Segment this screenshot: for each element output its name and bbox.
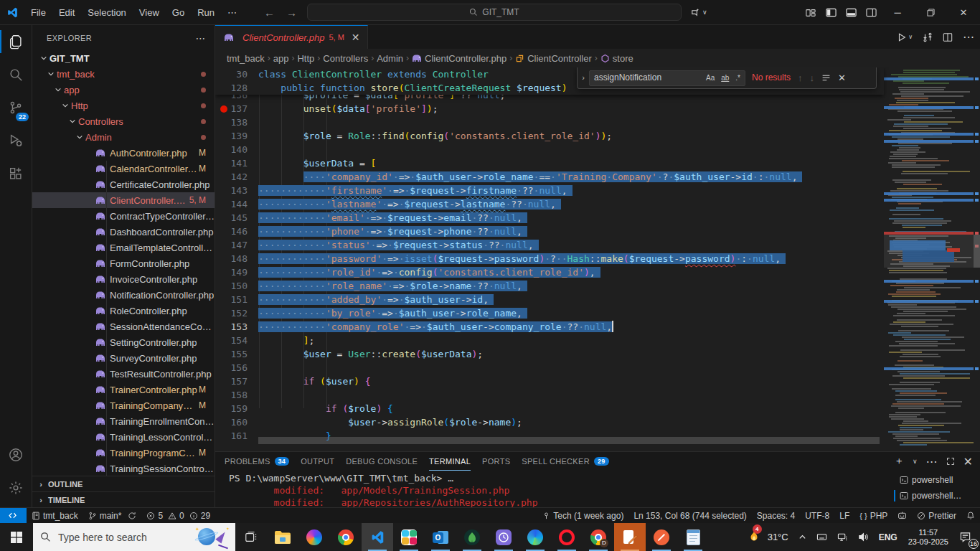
panel-tab-ports[interactable]: PORTS [482,452,510,471]
taskbar-app-copilot[interactable] [298,523,330,551]
open-changes-icon[interactable] [923,32,933,42]
taskbar-app-clock-app[interactable] [488,523,519,551]
touch-keyboard-icon[interactable] [811,523,832,551]
timeline-section[interactable]: ›TIMELINE [32,491,215,507]
tree-folder-admin[interactable]: Admin [32,129,215,145]
status-eol[interactable]: LF [834,508,854,523]
taskbar-app-file-explorer[interactable] [267,523,298,551]
code-line-138[interactable]: 138 [215,116,884,129]
code-line-156[interactable]: 156 [215,361,884,375]
code-line-137[interactable]: 137 unset($data['profile']); [215,102,884,116]
overview-ruler[interactable] [974,67,980,451]
code-line-141[interactable]: 141 $userData = [ [215,156,884,170]
minimap[interactable] [884,67,974,451]
tree-file[interactable]: CertificateController.php [32,176,215,192]
notification-center-icon[interactable]: 16 [954,523,980,551]
close-window-button[interactable]: ✕ [947,0,980,25]
find-in-selection-icon[interactable] [821,73,831,83]
panel-more-icon[interactable]: ⋯ [926,455,938,468]
menu-run[interactable]: Run [191,4,221,21]
panel-tab-debug-console[interactable]: DEBUG CONSOLE [346,452,418,471]
tree-file[interactable]: TrainerController.phpM [32,382,215,397]
breadcrumb-item[interactable]: Admin [377,53,403,64]
panel-tab-problems[interactable]: PROBLEMS34 [225,452,289,471]
explorer-more-actions-icon[interactable]: ⋯ [196,32,206,44]
menu-more[interactable]: ⋯ [221,4,243,21]
breadcrumb-item[interactable]: store [600,53,633,64]
activitybar-settings[interactable] [0,471,32,504]
tree-file[interactable]: SettingController.php [32,334,215,350]
code-line-146[interactable]: 146············'phone'·=>·$request->phon… [215,225,884,238]
network-icon[interactable] [832,523,853,551]
status-cursor-position[interactable]: Ln 153, Col 68 (744 selected) [628,508,751,523]
taskbar-app-mongodb-compass[interactable] [456,523,488,551]
activitybar-source-control[interactable]: 22 [0,91,32,124]
regex-icon[interactable]: .* [733,70,743,85]
tree-file[interactable]: TrainingSessionController.php [32,461,215,476]
layout-customize-icon[interactable] [801,0,821,25]
activitybar-search[interactable] [0,58,32,91]
menu-view[interactable]: View [133,4,166,21]
run-code-button[interactable]: ∨ [897,32,913,42]
toggle-panel-icon[interactable] [841,0,861,25]
nav-back-icon[interactable]: ← [264,6,275,19]
activitybar-extensions[interactable] [0,157,32,190]
taskbar-app-outlook[interactable]: O [425,523,456,551]
tree-file[interactable]: TestResultController.php [32,366,215,382]
whole-word-icon[interactable]: ab [719,70,731,85]
taskbar-app-chrome[interactable] [330,523,362,551]
tree-file[interactable]: TrainingLessonController.php [32,429,215,445]
minimize-button[interactable]: ─ [881,0,914,25]
nav-forward-icon[interactable]: → [286,6,297,19]
code-line-154[interactable]: 154 ]; [215,334,884,347]
find-prev-icon[interactable]: ↑ [798,71,803,85]
tree-file[interactable]: InvoiceController.php [32,271,215,287]
taskbar-search-box[interactable]: Type here to search ✦ ✦ [33,523,235,551]
temperature-label[interactable]: 31°C [763,523,793,551]
terminal-output[interactable]: PS D:\wampServer\www\GIT_TMT\tmt_back> …… [215,471,892,507]
taskbar-app-edge[interactable] [519,523,551,551]
taskbar-app-sign-document-app[interactable] [614,523,646,551]
menu-go[interactable]: Go [166,4,191,21]
taskbar-app-vscode[interactable] [362,523,393,551]
remote-indicator[interactable] [0,508,27,523]
tree-folder-http[interactable]: Http [32,98,215,113]
code-line-142[interactable]: 142 ····'company_id'·=>·$auth_user->role… [215,170,884,184]
tree-file[interactable]: CalendarController.phpM [32,161,215,176]
panel-tab-output[interactable]: OUTPUT [301,452,334,471]
code-line-150[interactable]: 150············'role_name'·=>·$role->nam… [215,279,884,293]
tree-folder-tmt_back[interactable]: tmt_back [32,66,215,82]
code-line-160[interactable]: 160 $user->assignRole($role->name); [215,415,884,429]
maximize-panel-icon[interactable] [946,457,955,466]
menu-selection[interactable]: Selection [81,4,132,21]
tree-file[interactable]: ContractTypeController.php [32,208,215,224]
close-panel-icon[interactable]: ✕ [963,455,973,468]
find-query[interactable]: assignNotification [594,71,702,85]
code-line-139[interactable]: 139 $role = Role::find(config('constants… [215,129,884,143]
new-terminal-icon[interactable]: ＋ [894,455,904,468]
code-line-149[interactable]: 149············'role_id'·=>·config('cons… [215,265,884,279]
code-editor[interactable]: 136 $profile = $data['profile'] ?? null;… [215,67,980,451]
find-close-icon[interactable]: ✕ [838,71,846,85]
terminal-instance[interactable]: powershell… [894,488,979,504]
task-view-button[interactable] [235,523,267,551]
code-line-144[interactable]: 144············'lastname'·=>·$request->l… [215,197,884,211]
find-input[interactable]: assignNotification Aa ab .* [589,70,745,86]
code-line-140[interactable]: 140 [215,143,884,156]
panel-tab-spell-checker[interactable]: SPELL CHECKER29 [522,452,608,471]
status-branch[interactable]: main* [83,508,142,523]
match-case-icon[interactable]: Aa [704,70,717,85]
weather-icon[interactable]: 4 [742,523,763,551]
breadcrumb-item[interactable]: app [273,53,289,64]
code-line-159[interactable]: 159 if ($role) { [215,402,884,415]
taskbar-app-opera[interactable] [551,523,583,551]
code-line-153[interactable]: 153············'company_role'·=>·$auth_u… [215,320,884,334]
tray-expand-icon[interactable] [793,523,811,551]
code-line-143[interactable]: 143············'firstname'·=>·$request->… [215,184,884,197]
breakpoint-icon[interactable] [220,105,227,113]
outline-section[interactable]: ›OUTLINE [32,476,215,491]
copilot-menu-icon[interactable]: ∨ [690,7,707,18]
tree-file[interactable]: ClientController.php5, M [32,192,215,208]
status-scm-note[interactable]: Tech (1 week ago) [537,508,628,523]
code-line-145[interactable]: 145············'email'·=>·$request->emai… [215,211,884,225]
